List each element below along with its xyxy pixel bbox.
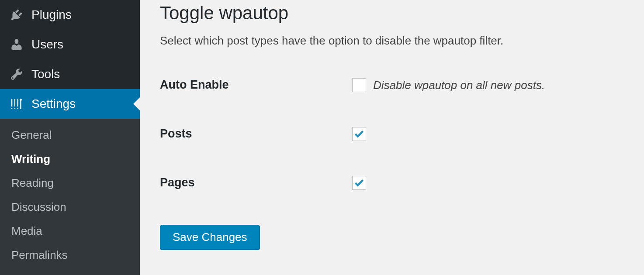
checkbox-pages[interactable] — [352, 176, 366, 190]
sidebar-item-label: Plugins — [31, 8, 72, 22]
save-button[interactable]: Save Changes — [160, 225, 260, 250]
checkbox-desc-auto-enable: Disable wpautop on all new posts. — [373, 79, 545, 92]
settings-icon — [9, 96, 24, 112]
submenu-item-discussion[interactable]: Discussion — [0, 195, 140, 219]
submenu-item-permalinks[interactable]: Permalinks — [0, 243, 140, 267]
sidebar-item-settings[interactable]: Settings — [0, 89, 140, 119]
page-title: Toggle wpautop — [160, 3, 624, 24]
checkbox-auto-enable[interactable] — [352, 78, 366, 92]
plugin-icon — [9, 7, 24, 23]
main-content: Toggle wpautop Select which post types h… — [140, 0, 644, 275]
label-pages: Pages — [160, 176, 352, 189]
page-description: Select which post types have the option … — [160, 34, 624, 48]
label-posts: Posts — [160, 127, 352, 141]
sidebar-item-label: Tools — [31, 67, 60, 81]
row-posts: Posts — [160, 127, 624, 141]
sidebar-item-plugins[interactable]: Plugins — [0, 0, 140, 30]
submenu-item-writing[interactable]: Writing — [0, 147, 140, 171]
sidebar-item-tools[interactable]: Tools — [0, 59, 140, 89]
sidebar-item-label: Users — [31, 38, 63, 52]
row-pages: Pages — [160, 176, 624, 190]
checkbox-posts[interactable] — [352, 127, 366, 141]
submenu-item-media[interactable]: Media — [0, 219, 140, 243]
tools-icon — [9, 66, 24, 82]
submenu-item-reading[interactable]: Reading — [0, 171, 140, 195]
settings-submenu: General Writing Reading Discussion Media… — [0, 119, 140, 275]
sidebar-item-label: Settings — [31, 97, 76, 111]
users-icon — [9, 37, 24, 52]
admin-sidebar: Plugins Users Tools Settings General Wri… — [0, 0, 140, 275]
label-auto-enable: Auto Enable — [160, 78, 352, 92]
row-auto-enable: Auto Enable Disable wpautop on all new p… — [160, 78, 624, 92]
submenu-item-general[interactable]: General — [0, 123, 140, 147]
sidebar-item-users[interactable]: Users — [0, 30, 140, 59]
